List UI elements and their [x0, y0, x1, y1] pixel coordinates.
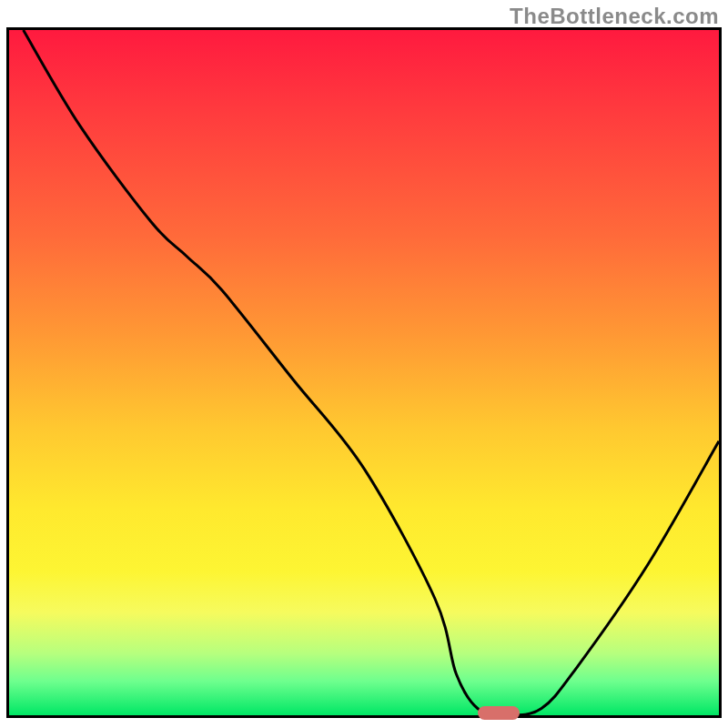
- chart-plot-area: [6, 27, 722, 718]
- minimum-marker: [478, 706, 520, 720]
- watermark-text: TheBottleneck.com: [510, 4, 719, 29]
